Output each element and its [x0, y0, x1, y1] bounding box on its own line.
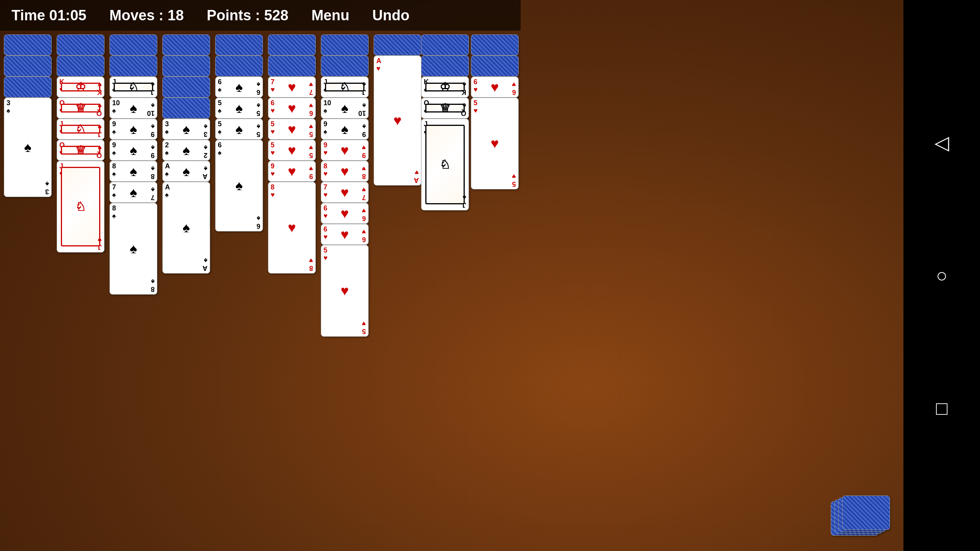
card-face[interactable]: 6 ♥♥6 ♥ [321, 203, 369, 224]
card-face[interactable]: J ♠♘J ♠ [321, 77, 369, 98]
card-face[interactable]: K ♥♔K ♥ [57, 77, 105, 98]
points-display: Points : 528 [207, 7, 288, 24]
card-face[interactable]: 7 ♥♥7 ♥ [321, 182, 369, 203]
card-face[interactable]: J ♠♘J ♠ [421, 119, 469, 210]
card-face[interactable]: 3 ♠♠3 ♠ [4, 98, 52, 197]
card-back [471, 55, 519, 77]
card-face[interactable]: 2 ♠♠2 ♠ [162, 140, 210, 161]
card-back [471, 34, 519, 55]
card-back [4, 34, 52, 55]
card-face[interactable]: K ♠♔K ♠ [421, 77, 469, 98]
moves-display: Moves : 18 [109, 7, 184, 24]
nav-panel: ◁ ○ □ [903, 0, 980, 551]
card-face[interactable]: 5 ♠♠5 ♠ [215, 98, 263, 119]
card-back [162, 98, 210, 119]
card-face[interactable]: 9 ♥♥9 ♥ [268, 161, 316, 182]
home-icon[interactable]: ○ [936, 264, 947, 287]
card-face[interactable]: A ♠♠A ♠ [162, 161, 210, 182]
card-back [57, 34, 105, 55]
card-face[interactable]: 7 ♥♥7 ♥ [268, 77, 316, 98]
card-face[interactable]: 8 ♠♠8 ♠ [109, 161, 157, 182]
card-face[interactable]: A ♠♠A ♠ [162, 182, 210, 274]
card-back [268, 55, 316, 77]
card-face[interactable]: 5 ♠♠5 ♠ [215, 119, 263, 140]
card-face[interactable]: 9 ♠♠9 ♠ [109, 119, 157, 140]
recents-icon[interactable]: □ [936, 397, 947, 419]
card-face[interactable]: 6 ♠♠6 ♠ [215, 140, 263, 231]
card-back [109, 34, 157, 55]
card-face[interactable]: Q ♥♕Q ♥ [57, 140, 105, 161]
card-face[interactable]: 5 ♥♥5 ♥ [471, 98, 519, 189]
card-face[interactable]: 7 ♠♠7 ♠ [109, 182, 157, 203]
card-back [321, 34, 369, 55]
timer-display: Time 01:05 [11, 7, 87, 24]
card-face[interactable]: 10 ♠♠10 ♠ [109, 98, 157, 119]
card-back [57, 55, 105, 77]
card-face[interactable]: 6 ♠♠6 ♠ [215, 77, 263, 98]
stock-pile[interactable] [831, 501, 892, 540]
card-back [162, 77, 210, 98]
card-face[interactable]: J ♥♘J ♥ [57, 161, 105, 253]
card-face[interactable]: J ♥♘J ♥ [57, 119, 105, 140]
card-face[interactable]: 5 ♥♥5 ♥ [268, 140, 316, 161]
card-back [421, 34, 469, 55]
card-back [4, 55, 52, 77]
card-back [215, 55, 263, 77]
card-face[interactable]: J ♠♘J ♠ [109, 77, 157, 98]
card-face[interactable]: 5 ♥♥5 ♥ [268, 119, 316, 140]
card-back [162, 55, 210, 77]
card-face[interactable]: 5 ♥♥5 ♥ [321, 245, 369, 337]
menu-button[interactable]: Menu [311, 7, 349, 24]
game-header: Time 01:05 Moves : 18 Points : 528 Menu … [0, 0, 521, 31]
card-back [109, 55, 157, 77]
game-area: 3 ♠♠3 ♠K ♥♔K ♥Q ♥♕Q ♥J ♥♘J ♥Q ♥♕Q ♥J ♥♘J… [0, 31, 521, 551]
card-face[interactable]: Q ♠♕Q ♠ [421, 98, 469, 119]
card-face[interactable]: 8 ♠♠8 ♠ [109, 203, 157, 295]
back-icon[interactable]: ◁ [934, 132, 949, 154]
card-back [421, 55, 469, 77]
undo-button[interactable]: Undo [372, 7, 410, 24]
card-back [268, 34, 316, 55]
card-face[interactable]: A ♥♥A ♥ [374, 55, 421, 186]
card-face[interactable]: 6 ♥♥6 ♥ [321, 224, 369, 245]
card-face[interactable]: 6 ♥♥6 ♥ [268, 98, 316, 119]
card-back [215, 34, 263, 55]
card-face[interactable]: 8 ♥♥8 ♥ [321, 161, 369, 182]
card-face[interactable]: 9 ♥♥9 ♥ [321, 140, 369, 161]
card-face[interactable]: 6 ♥♥6 ♥ [471, 77, 519, 98]
card-face[interactable]: 3 ♠♠3 ♠ [162, 119, 210, 140]
card-face[interactable]: 8 ♥♥8 ♥ [268, 182, 316, 274]
card-back [162, 34, 210, 55]
card-back [374, 34, 421, 55]
card-face[interactable]: 9 ♠♠9 ♠ [321, 119, 369, 140]
card-face[interactable]: Q ♥♕Q ♥ [57, 98, 105, 119]
card-back [4, 77, 52, 98]
card-face[interactable]: 10 ♠♠10 ♠ [321, 98, 369, 119]
card-back [321, 55, 369, 77]
card-face[interactable]: 9 ♠♠9 ♠ [109, 140, 157, 161]
